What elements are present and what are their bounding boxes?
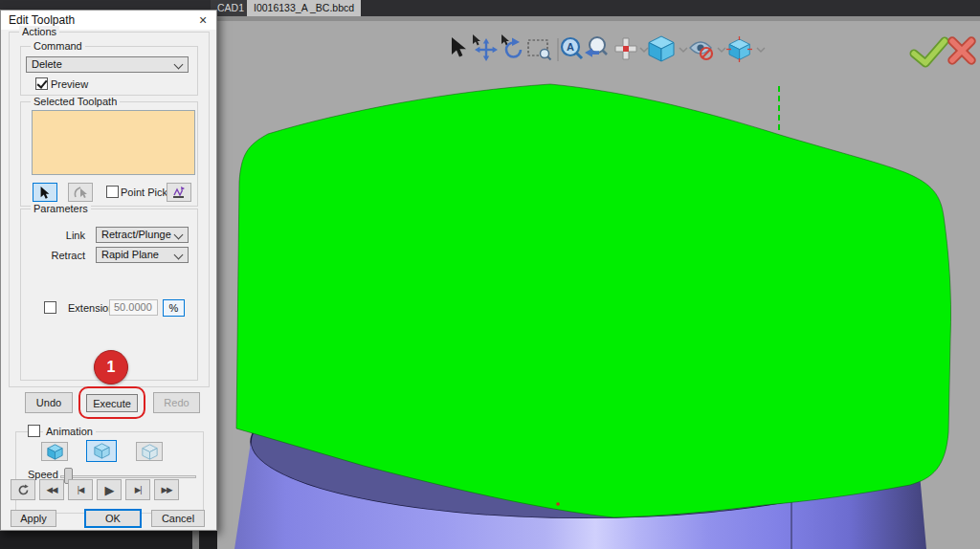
- step-number: 1: [107, 359, 116, 376]
- percent-button[interactable]: %: [163, 299, 185, 317]
- solid-cube-icon: [47, 444, 63, 460]
- link-label: Link: [39, 230, 85, 241]
- rewind-icon: ◀◀: [46, 485, 56, 494]
- command-value: Delete: [32, 58, 62, 70]
- play-button[interactable]: ▶: [97, 479, 122, 500]
- extension-checkbox[interactable]: [44, 301, 56, 314]
- point-pick-checkbox[interactable]: [106, 186, 119, 198]
- loop-button[interactable]: [11, 479, 35, 500]
- point-pick-label: Point Pick: [121, 187, 167, 198]
- translucent-cube-icon: [94, 443, 110, 459]
- toolpath-point-marker: [556, 502, 560, 506]
- step-back-icon: |◀: [78, 485, 84, 494]
- panel-edge-strip: [192, 531, 199, 549]
- step-back-button[interactable]: |◀: [68, 479, 93, 500]
- link-select[interactable]: Retract/Plunge: [96, 227, 189, 243]
- animation-label: Animation: [43, 426, 96, 437]
- close-icon[interactable]: ×: [192, 11, 213, 29]
- execute-button[interactable]: Execute: [86, 394, 138, 412]
- extension-value: 50.0000: [114, 301, 152, 313]
- retract-value: Rapid Plane: [101, 249, 159, 260]
- selected-toolpath-group-label: Selected Toolpath: [31, 96, 120, 107]
- preview-label: Preview: [51, 78, 88, 90]
- retract-select[interactable]: Rapid Plane: [96, 247, 189, 263]
- dialog-title: Edit Toolpath: [9, 13, 75, 27]
- step-forward-button[interactable]: ▶|: [125, 479, 150, 500]
- loop-icon: [17, 484, 30, 496]
- extension-label: Extension: [68, 302, 114, 314]
- animate-solid-button[interactable]: [41, 442, 68, 461]
- fast-forward-button[interactable]: ▶▶: [154, 479, 179, 500]
- execute-label: Execute: [93, 398, 131, 409]
- wireframe-cube-icon: [142, 444, 158, 460]
- apply-label: Apply: [20, 513, 47, 524]
- fast-forward-icon: ▶▶: [161, 485, 171, 494]
- redo-button[interactable]: Redo: [153, 392, 200, 413]
- step-forward-icon: ▶|: [135, 485, 142, 494]
- command-group-label: Command: [31, 40, 85, 52]
- select-pick-button[interactable]: [33, 183, 57, 202]
- redo-label: Redo: [164, 397, 189, 408]
- actions-group-label: Actions: [19, 26, 59, 37]
- toolpath-pick-button[interactable]: [167, 183, 191, 202]
- step-annotation-badge: 1: [94, 350, 128, 384]
- svg-text:A: A: [567, 41, 574, 53]
- rewind-button[interactable]: ◀◀: [39, 479, 64, 500]
- chain-pick-button[interactable]: [68, 183, 93, 202]
- animation-checkbox[interactable]: [28, 425, 40, 437]
- parameters-group-label: Parameters: [31, 203, 91, 214]
- play-icon: ▶: [105, 483, 114, 497]
- ok-label: OK: [105, 513, 121, 524]
- cancel-button[interactable]: Cancel: [151, 510, 205, 527]
- cursor-arrow-icon: [39, 186, 51, 200]
- speed-slider-track[interactable]: [60, 475, 196, 478]
- command-select[interactable]: Delete: [26, 56, 189, 73]
- apply-button[interactable]: Apply: [11, 510, 56, 527]
- animate-wireframe-button[interactable]: [136, 442, 163, 461]
- retract-label: Retract: [39, 250, 85, 261]
- edit-toolpath-dialog: Edit Toolpath × Actions Command Delete P…: [0, 10, 217, 531]
- undo-button[interactable]: Undo: [25, 392, 73, 413]
- link-value: Retract/Plunge: [101, 229, 171, 240]
- animate-translucent-button[interactable]: [86, 440, 117, 462]
- cancel-label: Cancel: [162, 513, 194, 524]
- toolpath-segment-icon: [171, 185, 187, 200]
- chain-cursor-icon: [73, 185, 88, 200]
- undo-label: Undo: [36, 397, 61, 408]
- percent-label: %: [169, 302, 179, 314]
- selected-toolpath-listbox[interactable]: [32, 110, 195, 175]
- tab-active-document[interactable]: I0016133_A _BC.bbcd: [247, 0, 361, 16]
- extension-input[interactable]: 50.0000: [109, 299, 158, 316]
- preview-checkbox[interactable]: [35, 77, 48, 90]
- ok-button[interactable]: OK: [84, 509, 142, 528]
